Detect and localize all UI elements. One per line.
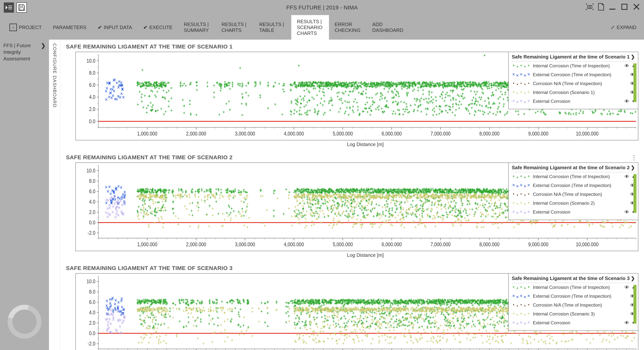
visibility-toggle-icon[interactable]: 👁	[624, 320, 629, 326]
legend-scrollbar[interactable]	[634, 63, 636, 102]
legend-item[interactable]: Corrosion N/A (Time of Inspection)👁	[512, 79, 635, 88]
legend-item[interactable]: Internal Corrosion (Time of Inspection)👁…	[512, 283, 635, 292]
chevron-right-icon[interactable]: ❯	[631, 54, 635, 60]
legend-item[interactable]: External Corrosion👁▼	[512, 97, 635, 106]
kebab-menu-icon[interactable]: ⋮	[631, 154, 636, 161]
legend-item[interactable]: Internal Corrosion (Time of Inspection)👁…	[512, 172, 635, 181]
legend-scrollbar[interactable]	[634, 285, 636, 323]
legend-item[interactable]: Internal Corrosion (Scenario 1)👁	[512, 88, 635, 97]
visibility-toggle-icon[interactable]: 👁	[624, 98, 629, 104]
legend-label: Internal Corrosion (Time of Inspection)	[533, 174, 622, 180]
svg-text:10,000.000: 10,000.000	[576, 241, 598, 248]
visibility-toggle-icon[interactable]: 👁	[624, 284, 629, 290]
tab-add-dashboard[interactable]: ADD DASHBOARD	[367, 15, 409, 40]
legend-item[interactable]: Corrosion N/A (Time of Inspection)👁	[512, 301, 635, 310]
legend-item[interactable]: Internal Corrosion (Scenario 2)👁	[512, 199, 635, 208]
svg-text:1,000.000: 1,000.000	[137, 241, 157, 248]
legend-item[interactable]: External Corrosion👁▼	[512, 208, 635, 217]
svg-text:2.0: 2.0	[89, 106, 95, 112]
configure-dashboard-bar[interactable]: CONFIGURE DASHBOARD	[49, 40, 60, 350]
legend-label: External Corrosion	[533, 320, 622, 326]
svg-text:3,000.000: 3,000.000	[235, 241, 255, 248]
tab-parameters[interactable]: PARAMETERS	[47, 15, 92, 40]
legend-swatch-icon	[512, 303, 530, 307]
legend-item[interactable]: External Corrosion (Time of Inspection)👁	[512, 292, 635, 301]
sidebar-item-ffs[interactable]: FFS | Future Integrity Assessment	[4, 42, 46, 62]
legend-item[interactable]: Corrosion N/A (Time of Inspection)👁	[512, 190, 635, 199]
legend-item[interactable]: External Corrosion👁▼	[512, 318, 635, 327]
svg-text:7,000.000: 7,000.000	[430, 131, 451, 137]
chart-title: SAFE REMAINING LIGAMENT AT THE TIME OF S…	[66, 154, 638, 160]
legend-label: External Corrosion (Time of Inspection)	[533, 294, 628, 299]
svg-point-117	[520, 83, 522, 84]
svg-text:4,000.000: 4,000.000	[284, 131, 304, 137]
svg-point-116	[517, 84, 518, 85]
svg-point-118	[524, 84, 526, 85]
legend-item[interactable]: Internal Corrosion (Scenario 3)👁	[512, 310, 635, 318]
svg-text:8.0: 8.0	[89, 178, 95, 184]
svg-text:5,000.000: 5,000.000	[333, 131, 353, 137]
close-icon[interactable]	[633, 3, 640, 12]
document-icon[interactable]	[598, 3, 604, 12]
save-icon[interactable]	[16, 3, 27, 13]
legend-title-text: Safe Remaining Ligament at the time of S…	[512, 54, 630, 60]
tab-input-data[interactable]: ✔INPUT DATA	[92, 15, 138, 40]
maximize-icon[interactable]	[621, 3, 628, 12]
legend-item[interactable]: External Corrosion (Time of Inspection)👁	[512, 70, 635, 79]
legend-swatch-icon	[512, 285, 530, 290]
svg-point-115	[513, 83, 514, 84]
chevron-right-icon[interactable]: ❯	[631, 275, 635, 281]
menu-icon[interactable]	[4, 3, 14, 13]
app-logo-icon	[1, 298, 48, 345]
legend-label: Corrosion N/A (Time of Inspection)	[533, 81, 628, 86]
legend-label: External Corrosion	[533, 210, 622, 215]
legend-swatch-icon	[512, 312, 530, 316]
svg-text:0.0: 0.0	[89, 219, 95, 226]
visibility-toggle-icon[interactable]: 👁	[624, 174, 629, 180]
chevron-right-icon[interactable]: ❯	[41, 42, 46, 49]
svg-point-342	[517, 305, 518, 306]
svg-point-344	[524, 305, 526, 306]
tab-execute[interactable]: ✔EXECUTE	[138, 15, 178, 40]
visibility-toggle-icon[interactable]: 👁	[624, 63, 629, 69]
svg-rect-3	[8, 9, 12, 9]
legend-item[interactable]: Internal Corrosion (Time of Inspection)👁…	[512, 62, 635, 70]
svg-text:2,000.000: 2,000.000	[186, 131, 206, 137]
home-icon: ⌂	[10, 24, 17, 31]
svg-point-231	[524, 195, 526, 196]
tab-results-scenario-charts[interactable]: RESULTS | SCENARIO CHARTS	[291, 15, 329, 40]
svg-text:4.0: 4.0	[89, 94, 95, 100]
legend-swatch-icon	[512, 321, 530, 325]
camera-icon[interactable]	[586, 4, 594, 12]
titlebar: FFS FUTURE | 2019 - NIMA	[0, 0, 644, 15]
legend-title-text: Safe Remaining Ligament at the time of S…	[512, 275, 630, 281]
svg-text:10.0: 10.0	[86, 167, 95, 174]
tab-error-checking[interactable]: ERROR CHECKING	[329, 15, 367, 40]
svg-rect-5	[20, 8, 24, 10]
tab-results-table[interactable]: RESULTS | TABLE	[254, 15, 291, 40]
legend-swatch-icon	[512, 210, 530, 215]
legend-scrollbar[interactable]	[634, 174, 636, 213]
tab-project[interactable]: ⌂PROJECT	[4, 15, 47, 40]
chevron-right-icon[interactable]: ❯	[631, 165, 635, 170]
legend-item[interactable]: External Corrosion (Time of Inspection)👁	[512, 181, 635, 190]
legend-label: External Corrosion	[533, 99, 622, 104]
svg-text:9,000.000: 9,000.000	[528, 241, 548, 248]
svg-text:7,000.000: 7,000.000	[430, 241, 451, 248]
svg-text:9,000.000: 9,000.000	[528, 131, 548, 137]
tab-results-summary[interactable]: RESULTS | SUMMARY	[178, 15, 216, 40]
legend-label: External Corrosion (Time of Inspection)	[533, 72, 628, 78]
svg-text:10.0: 10.0	[86, 278, 95, 284]
visibility-toggle-icon[interactable]: 👁	[624, 209, 629, 215]
expand-button[interactable]: ⤢EXPAND	[611, 15, 640, 40]
svg-point-228	[513, 193, 514, 195]
svg-point-343	[520, 304, 522, 305]
legend-swatch-icon	[512, 64, 530, 68]
legend-title-text: Safe Remaining Ligament at the time of S…	[512, 165, 630, 170]
svg-text:6,000.000: 6,000.000	[382, 241, 402, 248]
minimize-icon[interactable]	[608, 3, 616, 12]
svg-text:4.0: 4.0	[89, 199, 95, 205]
legend-label: Internal Corrosion (Scenario 1)	[533, 90, 628, 95]
tab-results-charts[interactable]: RESULTS | CHARTS	[216, 15, 254, 40]
svg-text:6.0: 6.0	[89, 299, 95, 305]
